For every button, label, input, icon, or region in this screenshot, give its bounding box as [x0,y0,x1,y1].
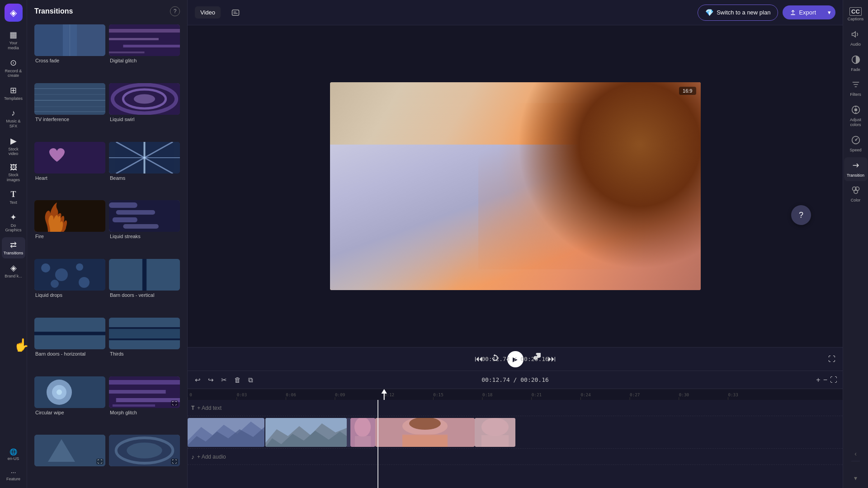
transition-item-heart[interactable]: Heart [34,142,105,197]
svg-rect-62 [109,380,180,385]
transition-item-liquid-streaks[interactable]: Liquid streaks [109,200,180,255]
svg-text:0:33: 0:33 [728,393,738,397]
transition-item-barn-doors-vertical[interactable]: Barn doors - vertical [109,259,180,314]
scroll-down-button[interactable]: ▾ [851,472,860,484]
video-clip-e[interactable] [475,418,515,447]
sidebar-item-record-create[interactable]: ⊙ Record &create [2,55,25,81]
transition-label-digital-glitch: Digital glitch [109,58,180,63]
audio-track-icon: ♪ [191,453,194,460]
clip-transition [347,418,350,447]
tab-captions[interactable] [226,6,245,19]
add-audio-button[interactable]: ♪ + Add audio [188,453,226,460]
right-tool-adjust-colors[interactable]: Adjustcolors [844,102,868,131]
transition-item-tv-interference[interactable]: TV interference [34,83,105,138]
svg-text:0:09: 0:09 [335,393,345,397]
record-icon: ⊙ [10,58,17,68]
transition-thumb-unknown2: ⛶ [109,435,180,466]
transition-item-thirds[interactable]: Thirds [109,318,180,373]
right-tool-filters[interactable]: Filters [844,76,868,101]
duplicate-button[interactable]: ⧉ [246,374,255,386]
export-button[interactable]: Export [783,5,823,19]
transition-item-morph-glitch[interactable]: ⛶ Morph glitch [109,376,180,432]
text-track-row: T + Add text [188,400,843,416]
sidebar-item-stock-images[interactable]: 🖼 Stock images [2,161,25,185]
tab-video[interactable]: Video [195,6,221,19]
undo-button[interactable]: ↩ [193,374,203,386]
svg-rect-118 [481,435,509,447]
right-tool-speed[interactable]: Speed [844,132,868,156]
svg-rect-45 [142,259,146,291]
current-time: 00:12.74 [481,356,510,362]
zoom-in-button[interactable]: + [816,376,820,384]
help-circle-button[interactable]: ? [791,205,811,225]
right-panel-divider [851,461,860,470]
sidebar-item-more[interactable]: ··· Feature [2,466,25,484]
svg-rect-20 [34,142,105,174]
fullscreen-button[interactable]: ⛶ [828,355,835,363]
right-tool-audio[interactable]: Audio [844,26,868,51]
sidebar-item-text[interactable]: T Text [2,187,25,208]
svg-rect-51 [109,318,180,327]
transition-item-liquid-drops[interactable]: Liquid drops [34,259,105,314]
transition-item-unknown2[interactable]: ⛶ [109,435,180,484]
panel-help-button[interactable]: ? [170,6,180,16]
export-chevron-button[interactable]: ▾ [823,5,835,19]
svg-rect-5 [109,29,180,33]
video-clip-c[interactable] [350,418,375,447]
transition-item-fire[interactable]: Fire [34,200,105,255]
right-tool-transition[interactable]: Transition [844,157,868,182]
right-tool-color[interactable]: Color [844,182,868,206]
app-logo[interactable]: ◈ [5,4,23,22]
fit-timeline-button[interactable]: ⛶ [830,376,837,384]
transition-item-unknown1[interactable]: ⛶ [34,435,105,484]
svg-rect-44 [146,259,180,291]
transition-label-fire: Fire [34,234,105,239]
skip-forward-button[interactable]: ⏭ [548,354,556,364]
video-clip-b[interactable] [265,418,347,447]
sidebar-item-stock-video[interactable]: ▶ Stock video [2,133,25,160]
add-text-button[interactable]: T + Add text [188,405,222,411]
sidebar-item-your-media[interactable]: ▦ Your media [2,27,25,53]
cut-button[interactable]: ✂ [219,374,229,386]
sidebar-item-graphics[interactable]: ✦ Do Graphics [2,210,25,236]
clip-c-preview [350,418,375,447]
stock-images-icon: 🖼 [10,164,17,172]
transition-item-beams[interactable]: Beams [109,142,180,197]
transition-label-liquid-streaks: Liquid streaks [109,234,180,239]
redo-button[interactable]: ↪ [206,374,216,386]
media-icon: ▦ [9,30,17,40]
svg-rect-30 [34,200,105,232]
transition-item-barn-doors-horizontal[interactable]: Barn doors - horizontal [34,318,105,373]
delete-button[interactable]: 🗑 [232,374,243,385]
transition-item-circular-wipe[interactable]: Circular wipe [34,376,105,432]
timeline-area: ↩ ↪ ✂ 🗑 ⧉ 00:12.74 / 00:20.16 + − ⛶ 0 0:… [188,371,843,488]
transition-item-digital-glitch[interactable]: Digital glitch [109,24,180,80]
timeline-ruler[interactable]: 0 0:03 0:06 0:09 0:12 0:15 0:18 0:21 0:2… [188,389,843,400]
transition-label-barn-doors-horizontal: Barn doors - horizontal [34,351,105,357]
right-tool-captions[interactable]: CC Captions [844,4,868,25]
transition-item-cross-fade[interactable]: Cross fade [34,24,105,80]
svg-rect-32 [109,202,137,208]
svg-point-109 [354,418,371,437]
right-tool-fade[interactable]: Fade [844,52,868,76]
sidebar-item-templates[interactable]: ⊞ Templates [2,83,25,104]
transition-thumb-cross-fade [34,24,105,56]
sidebar-item-transitions[interactable]: ⇄ Transitions [2,237,25,258]
audio-tool-icon [851,30,860,41]
panel-header: Transitions ? [27,0,187,21]
zoom-out-button[interactable]: − [823,376,827,384]
transition-item-liquid-swirl[interactable]: Liquid swirl [109,83,180,138]
right-collapse-button[interactable]: ‹ [851,448,860,459]
timeline-timecode: 00:12.74 / 00:20.16 [481,376,549,383]
upgrade-button[interactable]: 💎 Switch to a new plan [698,5,778,21]
sidebar-item-brand-kit[interactable]: ◈ Brand k... [2,260,25,282]
video-clip-d[interactable] [375,418,475,447]
sidebar-item-music-sfx[interactable]: ♪ Music & SFX [2,106,25,131]
svg-text:0:27: 0:27 [630,393,640,397]
aspect-ratio-badge: 16:9 [679,87,696,95]
svg-rect-10 [34,83,105,115]
transition-label-tv-interference: TV interference [34,117,105,122]
video-clip-a[interactable] [188,418,264,447]
transition-label-beams: Beams [109,175,180,181]
sidebar-item-language[interactable]: 🌐 en-US [2,446,25,464]
